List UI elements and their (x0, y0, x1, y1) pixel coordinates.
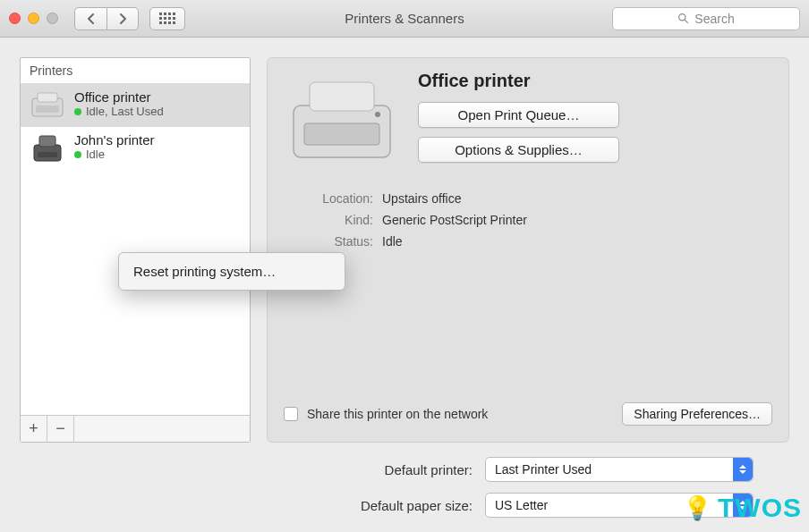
sidebar-header: Printers (21, 58, 250, 84)
detail-properties: Location: Upstairs office Kind: Generic … (284, 191, 772, 249)
plus-icon: + (29, 419, 38, 438)
chevron-right-icon (118, 13, 127, 24)
printer-name: John's printer (74, 132, 155, 148)
status-dot-icon (74, 108, 81, 115)
status-value: Idle (382, 234, 772, 249)
printer-name: Office printer (74, 89, 164, 105)
printer-icon (30, 89, 65, 122)
watermark: 💡 TWOS (683, 493, 802, 523)
printers-sidebar: Printers Office printer I (20, 57, 251, 443)
search-icon (677, 13, 689, 24)
printer-list-item[interactable]: Office printer Idle, Last Used (21, 84, 250, 127)
titlebar: Printers & Scanners Search (0, 0, 809, 38)
options-supplies-button[interactable]: Options & Supplies… (418, 137, 619, 163)
printer-status-text: Idle (86, 148, 105, 161)
svg-rect-10 (304, 123, 379, 145)
status-dot-icon (74, 151, 81, 158)
nav-buttons (74, 7, 139, 30)
search-placeholder: Search (694, 12, 734, 26)
sharing-preferences-button[interactable]: Sharing Preferences… (622, 402, 772, 426)
printer-status: Idle (74, 148, 155, 161)
detail-top: Office printer Open Print Queue… Options… (284, 71, 772, 172)
lightbulb-icon: 💡 (683, 494, 712, 522)
detail-printer-title: Office printer (418, 71, 772, 91)
main-columns: Printers Office printer I (20, 57, 789, 443)
printer-large-icon (284, 71, 400, 169)
default-printer-select[interactable]: Last Printer Used (485, 457, 754, 482)
default-paper-label: Default paper size: (181, 498, 485, 513)
printer-icon (30, 132, 65, 165)
bottom-form: Default printer: Last Printer Used Defau… (20, 457, 789, 518)
svg-line-1 (685, 20, 687, 22)
printer-list-item[interactable]: John's printer Idle (21, 127, 250, 170)
svg-rect-9 (310, 82, 374, 111)
remove-printer-button[interactable]: − (47, 416, 74, 443)
svg-rect-6 (39, 136, 55, 147)
printer-info: Office printer Idle, Last Used (74, 89, 164, 118)
printer-info: John's printer Idle (74, 132, 155, 161)
svg-rect-7 (38, 152, 57, 157)
forward-button[interactable] (106, 7, 139, 30)
printer-status: Idle, Last Used (74, 105, 164, 118)
printer-detail-panel: Office printer Open Print Queue… Options… (267, 57, 789, 443)
select-arrows-icon (733, 458, 753, 481)
watermark-text: TWOS (718, 493, 802, 523)
context-menu: Reset printing system… (118, 252, 345, 291)
location-label: Location: (284, 191, 382, 206)
sidebar-footer: + − (21, 415, 250, 442)
svg-point-11 (375, 112, 380, 117)
show-all-button[interactable] (149, 7, 185, 30)
reset-printing-system-item[interactable]: Reset printing system… (133, 264, 330, 279)
share-printer-label: Share this printer on the network (307, 407, 613, 421)
share-printer-checkbox[interactable] (284, 407, 298, 421)
printer-list: Office printer Idle, Last Used (21, 84, 250, 415)
add-printer-button[interactable]: + (21, 416, 47, 443)
chevron-left-icon (87, 13, 96, 24)
default-paper-value: US Letter (495, 498, 548, 512)
location-value: Upstairs office (382, 191, 772, 206)
traffic-lights (9, 13, 58, 24)
minimize-window-button[interactable] (28, 13, 39, 24)
kind-label: Kind: (284, 213, 382, 227)
grid-icon (159, 13, 175, 24)
search-input[interactable]: Search (612, 7, 800, 30)
kind-value: Generic PostScript Printer (382, 213, 772, 227)
svg-rect-3 (38, 93, 57, 102)
back-button[interactable] (74, 7, 106, 30)
open-print-queue-button[interactable]: Open Print Queue… (418, 102, 619, 128)
minus-icon: − (55, 419, 65, 438)
detail-right: Office printer Open Print Queue… Options… (418, 71, 772, 172)
status-label: Status: (284, 234, 382, 249)
default-printer-value: Last Printer Used (495, 462, 592, 477)
zoom-window-button[interactable] (47, 13, 58, 24)
share-row: Share this printer on the network Sharin… (284, 402, 772, 426)
close-window-button[interactable] (9, 13, 21, 24)
default-printer-label: Default printer: (181, 462, 485, 477)
svg-rect-4 (36, 106, 59, 113)
printer-status-text: Idle, Last Used (86, 105, 164, 118)
